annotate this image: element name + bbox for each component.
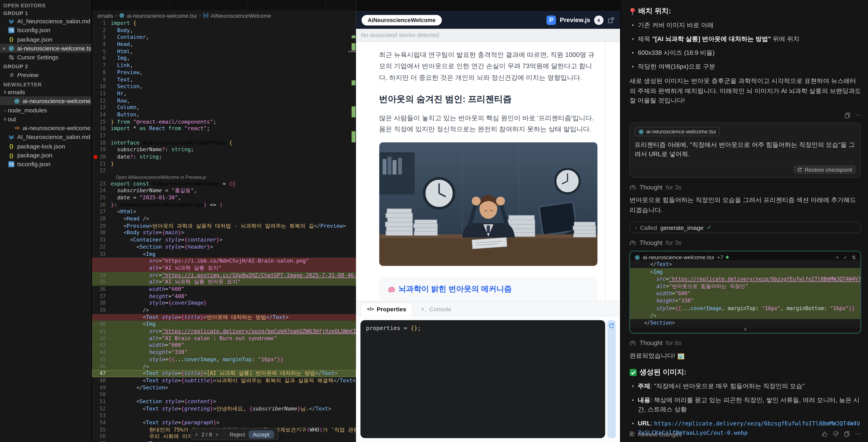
attached-file-chip[interactable]: ai-neuroscience-welcome.tsx: [634, 127, 720, 137]
properties-tab-bar: </>Properties >_Console: [356, 301, 620, 316]
diff-code-line: style={{...coverImage, marginTop: "16px"…: [630, 304, 860, 312]
tab-console[interactable]: >_Console: [415, 303, 458, 315]
pin-emoji-icon: [630, 7, 636, 15]
code-rows[interactable]: 1import {2 Body,3 Container,4 Head,5 Htm…: [92, 20, 356, 442]
thumbs-up-icon[interactable]: [822, 431, 828, 437]
code-line: 29 <Preview>번아웃의 과학과 실용적 대처법 - 뇌과학이 알려주는…: [92, 223, 356, 230]
app-window: OPEN EDITORSGROUP 1AI_Neuroscience_salon…: [0, 0, 868, 442]
sidebar-section-header[interactable]: NEWSLETTER: [0, 79, 91, 87]
code-line: 8 Preview,: [92, 69, 356, 76]
restore-checkpoint-button[interactable]: Restore checkpoint: [794, 166, 856, 174]
thought-row-3[interactable]: Thoughtfor 6s: [630, 340, 861, 346]
sidebar-section-header[interactable]: OPEN EDITORS: [0, 0, 91, 8]
breakpoint-icon[interactable]: [94, 155, 97, 159]
user-message-card: ai-neuroscience-welcome.tsx 프리젠티즘 아래에, "…: [630, 122, 861, 178]
code-line: 39 />: [92, 307, 356, 314]
file-tree-item[interactable]: ›node_modules: [0, 106, 91, 115]
item-label: ai-neuroscience-welcome.html: [23, 125, 91, 131]
file-tree-item[interactable]: ∨emails: [0, 87, 91, 96]
file-type-icon: [8, 134, 15, 140]
diff-ruler-mark: [352, 106, 355, 117]
diff-code-line: src="https://replicate.delivery/xezq/6bz…: [630, 275, 860, 283]
file-tree-item[interactable]: ai-neuroscience-welcome.tsx: [0, 96, 91, 106]
file-tree-item[interactable]: AI_Neuroscience_salon.md: [0, 132, 91, 142]
open-editor-item[interactable]: Cursor Settings: [0, 53, 91, 62]
next-diff-button[interactable]: ∨: [215, 432, 218, 437]
code-line: 1import {: [92, 20, 356, 27]
open-editor-item[interactable]: AI_Neuroscience_salon.md: [0, 17, 91, 26]
copy-icon[interactable]: [844, 431, 850, 437]
diff-review-widget: ∧ 2 / 8 ∨ Reject Accept: [190, 428, 278, 440]
message-hover-toolbar: ⋯: [630, 112, 861, 118]
sidebar-section-header[interactable]: GROUP 1: [0, 8, 91, 17]
diff-ruler-mark: [352, 80, 355, 85]
breadcrumb-item[interactable]: emails: [97, 12, 113, 19]
sidebar-section-header[interactable]: GROUP 2: [0, 62, 91, 70]
prev-diff-button[interactable]: ∧: [195, 432, 198, 437]
tab-properties[interactable]: </>Properties: [361, 302, 413, 316]
email-section-heading: 뇌과학이 밝힌 번아웃의 메커니즘: [387, 284, 589, 294]
brain-outline-icon: [630, 240, 636, 246]
reject-button[interactable]: Reject: [230, 431, 245, 437]
file-tree-item[interactable]: TStsconfig.json: [0, 160, 91, 169]
open-editor-item[interactable]: ×ai-neuroscience-welcome.tsx…: [0, 44, 91, 53]
more-icon[interactable]: ⋯: [855, 430, 861, 438]
framed-picture-emoji-icon: [678, 353, 685, 359]
code-line: 6 Img,: [92, 55, 356, 62]
reset-properties-button[interactable]: [609, 323, 615, 438]
open-editor-item[interactable]: ≣Preview: [0, 70, 91, 79]
file-type-icon: ≣: [8, 72, 15, 77]
breadcrumb-item[interactable]: ai-neuroscience-welcome.tsx: [127, 12, 197, 19]
accept-button[interactable]: Accept: [248, 430, 274, 438]
breadcrumb-item[interactable]: AiNeuroscienceWelcome: [211, 12, 271, 19]
brain-outline-icon: [630, 184, 636, 190]
code-line: 17: [92, 132, 356, 139]
preview-component-tab[interactable]: AiNeuroscienceWelcome: [362, 14, 442, 25]
file-tree-item[interactable]: {}package-lock.json: [0, 142, 91, 151]
thumbs-down-icon[interactable]: [833, 431, 839, 437]
check-mark-emoji-icon: [630, 369, 637, 376]
react-file-icon: [119, 13, 125, 18]
preview-top-strip: [356, 0, 620, 11]
accept-diff-icon[interactable]: ✓: [843, 255, 847, 260]
diff-code-line: />: [630, 312, 860, 319]
preview-scrollbar[interactable]: [605, 42, 606, 301]
more-icon[interactable]: ⋯: [856, 112, 861, 118]
code-line: 48 <Text style={subtitle}>뇌과학이 알려주는 회복의 …: [92, 377, 356, 384]
done-message: 완료되었습니다!: [630, 351, 861, 361]
tool-call-card[interactable]: › Called generate_image ✓: [630, 222, 861, 233]
code-line: 57 </Text>: [92, 440, 356, 442]
code-line: 35 alt="AI 뇌과학 살롱 번아웃 표지": [92, 279, 356, 286]
item-label: ai-neuroscience-welcome.tsx: [23, 97, 91, 104]
code-line: 2 Body,: [92, 27, 356, 34]
code-line: 54 <Text style={paragraph}>: [92, 419, 356, 426]
chevron-down-icon[interactable]: ∨: [630, 327, 860, 333]
file-type-icon: [13, 98, 21, 104]
expand-diff-icon[interactable]: ⇅: [852, 255, 856, 260]
file-tree-item[interactable]: {}package.json: [0, 151, 91, 160]
code-line: 22: [92, 168, 356, 175]
code-line: 19 subscriberName?: string;: [92, 146, 356, 154]
item-label: tsconfig.json: [17, 161, 51, 168]
code-line: 5 Html,: [92, 48, 356, 55]
review-changes-button[interactable]: Review changes: [630, 431, 682, 437]
file-tree-item[interactable]: ∨out: [0, 115, 91, 124]
review-changes-bar: Review changes ⋯: [630, 430, 861, 438]
diff-ruler-mark: [352, 35, 355, 38]
email-preview-scroll[interactable]: 최근 뉴욕시립대 연구팀이 발표한 충격적인 결과에 따르면, 직원 1000명…: [356, 42, 620, 301]
collapse-panel-button chevron-up-icon[interactable]: ∧: [594, 15, 603, 25]
codelens-link[interactable]: Open AiNeuroscienceWelcome in Preview.js: [92, 175, 356, 180]
close-diff-icon[interactable]: ×: [836, 255, 839, 260]
thought-row-1[interactable]: Thoughtfor 3s: [630, 184, 861, 191]
code-line: 21}: [92, 160, 356, 168]
close-editor-icon[interactable]: ×: [0, 45, 8, 51]
thought-row-2[interactable]: Thoughtfor 3s: [630, 239, 861, 246]
properties-code-editor[interactable]: properties = {};: [361, 320, 605, 438]
code-line: <Text style={title}>번아웃에 대처하는 방법</Text>: [92, 314, 356, 321]
open-editor-item[interactable]: {}package.json: [0, 35, 91, 44]
open-external-icon[interactable]: [607, 17, 615, 24]
file-tree-item[interactable]: <>ai-neuroscience-welcome.html: [0, 123, 91, 132]
email-paragraph-2: 많은 사람들이 놓치고 있는 번아웃의 핵심 원인이 바로 '프리젠티즘'입니다…: [379, 112, 597, 135]
open-editor-item[interactable]: TStsconfig.json: [0, 26, 91, 35]
copy-icon[interactable]: [844, 112, 850, 118]
